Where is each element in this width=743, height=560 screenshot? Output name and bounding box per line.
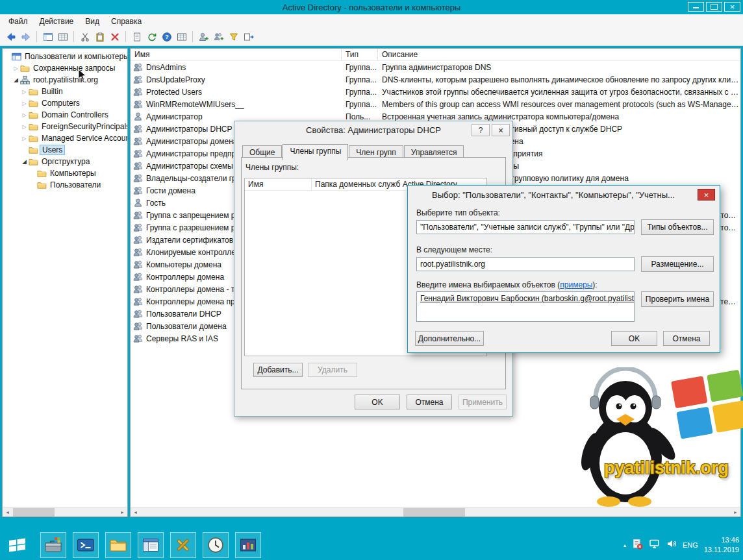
close-button[interactable] xyxy=(492,124,510,136)
menu-file[interactable]: Файл xyxy=(3,16,34,27)
window-titlebar[interactable]: Active Directory - пользователи и компью… xyxy=(0,0,743,14)
menu-view[interactable]: Вид xyxy=(79,16,105,27)
export-list-icon[interactable] xyxy=(56,30,69,43)
tree-collapsed-arrow-icon[interactable]: ▷ xyxy=(12,66,19,71)
volume-icon[interactable] xyxy=(666,539,677,552)
members-column-header[interactable]: Имя xyxy=(245,178,312,190)
export-icon[interactable] xyxy=(242,30,255,43)
paste-icon[interactable] xyxy=(93,30,107,43)
maximize-button[interactable] xyxy=(706,2,722,12)
object-names-input[interactable]: Геннадий Викторович Барбоскин (barboskin… xyxy=(416,291,635,322)
tray-expand-icon[interactable] xyxy=(623,542,626,548)
location-button[interactable]: Размещение... xyxy=(641,256,714,272)
clock[interactable]: 13:46 13.11.2019 xyxy=(704,535,739,555)
examples-link[interactable]: примеры xyxy=(560,280,592,289)
location-input[interactable]: root.pyatilistnik.org xyxy=(416,257,635,271)
view-table-icon[interactable] xyxy=(175,30,188,43)
forward-icon[interactable] xyxy=(19,30,32,43)
tree-item-builtin[interactable]: ▷Builtin xyxy=(3,86,127,97)
scroll-right-arrow-icon[interactable] xyxy=(118,507,127,517)
show-tree-icon[interactable] xyxy=(41,30,55,43)
table-row[interactable]: DnsAdminsГруппа...Группа администраторов… xyxy=(131,61,740,73)
tree-item-org-users[interactable]: Пользователи xyxy=(3,179,127,191)
taskbar-mmc-icon[interactable] xyxy=(138,532,164,558)
advanced-button[interactable]: Дополнительно... xyxy=(415,331,484,346)
scroll-left-arrow-icon[interactable] xyxy=(131,507,140,517)
tree-item-root-console[interactable]: Пользователи и компьютеры [ xyxy=(3,51,127,62)
start-button[interactable] xyxy=(0,530,35,560)
table-row[interactable]: Protected UsersГруппа...Участников этой … xyxy=(131,86,740,98)
help-icon[interactable]: ? xyxy=(160,30,173,43)
cut-icon[interactable] xyxy=(78,30,92,43)
row-name-text: Администраторы DHCP xyxy=(146,125,233,134)
folder-icon xyxy=(36,169,47,178)
tree-item-users[interactable]: Users xyxy=(3,144,127,156)
table-row[interactable]: WinRMRemoteWMIUsers__Группа...Members of… xyxy=(131,98,740,110)
object-types-button[interactable]: Типы объектов... xyxy=(641,219,714,235)
back-icon[interactable] xyxy=(4,30,18,43)
menu-help[interactable]: Справка xyxy=(105,16,147,27)
add-button[interactable]: Добавить... xyxy=(253,363,303,377)
ok-button[interactable]: OK xyxy=(611,331,657,346)
menu-action[interactable]: Действие xyxy=(34,16,80,27)
language-indicator[interactable]: ENG xyxy=(683,541,698,549)
help-button[interactable] xyxy=(472,124,490,136)
filter-icon[interactable] xyxy=(227,30,240,43)
tree-item-orgstructure[interactable]: ◢Оргструктура xyxy=(3,156,127,167)
taskbar-explorer-icon[interactable] xyxy=(105,532,131,558)
object-type-input[interactable]: "Пользователи", "Учетные записи служб", … xyxy=(416,220,635,234)
cancel-button[interactable]: Отмена xyxy=(663,331,710,346)
minimize-button[interactable] xyxy=(688,2,704,12)
taskbar-powershell-icon[interactable] xyxy=(73,532,99,558)
refresh-icon[interactable] xyxy=(145,30,158,43)
tree-collapsed-arrow-icon[interactable]: ▷ xyxy=(21,101,28,106)
ok-button[interactable]: OK xyxy=(355,395,400,409)
tree-item-managed-service-accounts[interactable]: ▷Managed Service Accounts xyxy=(3,132,127,144)
row-name-text: DnsUpdateProxy xyxy=(146,75,205,84)
taskbar-tools-icon[interactable] xyxy=(170,532,196,558)
new-group-icon[interactable] xyxy=(212,30,225,43)
action-center-icon[interactable] xyxy=(632,539,643,552)
horizontal-scrollbar-thumb[interactable] xyxy=(13,508,55,517)
folder-icon xyxy=(19,64,31,73)
close-button[interactable] xyxy=(698,189,715,201)
tree-collapsed-arrow-icon[interactable]: ▷ xyxy=(21,89,28,95)
row-name-text: Администраторы схемы xyxy=(146,162,233,171)
tree-expanded-arrow-icon[interactable]: ◢ xyxy=(12,77,19,83)
tree-item-org-computers[interactable]: Компьютеры xyxy=(3,167,127,179)
taskbar-clock-app-icon[interactable] xyxy=(203,532,229,558)
horizontal-scrollbar-thumb[interactable] xyxy=(403,508,465,517)
tree-item-label: Сохраненные запросы xyxy=(31,63,117,73)
tree-expanded-arrow-icon[interactable]: ◢ xyxy=(21,158,28,165)
properties-icon[interactable] xyxy=(130,30,144,43)
tree-item-foreign-security-principals[interactable]: ▷ForeignSecurityPrincipals xyxy=(3,121,127,132)
tree-horizontal-scrollbar[interactable] xyxy=(3,507,127,517)
tree-item-saved-queries[interactable]: ▷Сохраненные запросы xyxy=(3,62,127,74)
column-header-description[interactable]: Описание xyxy=(378,49,740,60)
tab-members[interactable]: Члены группы xyxy=(283,144,348,160)
tree-item-computers[interactable]: ▷Computers xyxy=(3,97,127,109)
tree-collapsed-arrow-icon[interactable]: ▷ xyxy=(21,136,28,141)
new-user-icon[interactable] xyxy=(197,30,210,43)
scroll-left-arrow-icon[interactable] xyxy=(3,507,12,517)
tree-item-domain[interactable]: ◢root.pyatilistnik.org xyxy=(3,74,127,86)
tree-item-label: Computers xyxy=(40,98,82,108)
close-button[interactable] xyxy=(724,2,740,12)
delete-icon[interactable] xyxy=(108,30,121,43)
table-row[interactable]: DnsUpdateProxyГруппа...DNS-клиенты, кото… xyxy=(131,73,740,86)
taskbar-task-manager-icon[interactable] xyxy=(235,532,261,558)
properties-dialog-titlebar[interactable]: Свойства: Администраторы DHCP xyxy=(234,121,512,139)
cancel-button[interactable]: Отмена xyxy=(407,395,452,409)
check-names-button[interactable]: Проверить имена xyxy=(641,291,714,307)
taskbar-server-manager-icon[interactable] xyxy=(40,532,66,558)
column-header-type[interactable]: Тип xyxy=(342,49,378,60)
tree-item-label: ForeignSecurityPrincipals xyxy=(40,121,127,132)
tree-collapsed-arrow-icon[interactable]: ▷ xyxy=(21,112,28,118)
tree-collapsed-arrow-icon[interactable]: ▷ xyxy=(21,124,28,130)
group-icon xyxy=(133,334,143,343)
select-dialog-titlebar[interactable]: Выбор: "Пользователи", "Контакты", "Комп… xyxy=(408,186,720,204)
column-header-name[interactable]: Имя xyxy=(131,49,342,60)
penguin xyxy=(581,369,679,507)
network-icon[interactable] xyxy=(649,539,661,552)
tree-item-domain-controllers[interactable]: ▷Domain Controllers xyxy=(3,109,127,121)
